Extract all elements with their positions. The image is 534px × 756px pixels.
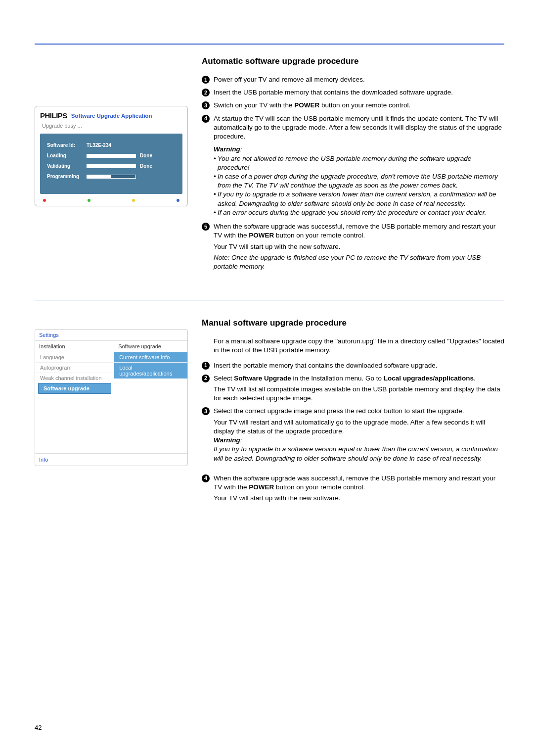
manual-step-4: 4 When the software upgrade was successf… <box>202 474 504 503</box>
menu-item-weak-channel[interactable]: Weak channel installation <box>35 373 114 383</box>
section1-heading: Automatic software upgrade procedure <box>202 56 504 66</box>
step-number-icon: 1 <box>202 76 210 84</box>
manual-step-1-text: Insert the portable memory that contains… <box>214 362 438 369</box>
warning-item-4: If an error occurs during the upgrade yo… <box>214 208 504 217</box>
software-id-label: Software Id: <box>47 142 83 148</box>
loading-done: Done <box>140 153 152 158</box>
section2-intro: For a manual software upgrade copy the "… <box>214 337 504 355</box>
dialog-title: Software Upgrade Application <box>71 113 152 119</box>
step-2-text: Insert the USB portable memory that cont… <box>214 89 453 96</box>
step-number-icon: 3 <box>202 101 210 109</box>
left-header: Installation <box>35 340 114 352</box>
page-number: 42 <box>35 724 42 731</box>
manual-step-4-d: Your TV will start up with the new softw… <box>214 494 504 503</box>
manual-step-3-a: Select the correct upgrade image and pre… <box>214 407 464 415</box>
manual-warning-text: If you try to upgrade to a software vers… <box>214 445 504 463</box>
software-id-value: TL32E-234 <box>87 142 111 148</box>
settings-menu: Settings Installation Language Autoprogr… <box>35 329 188 466</box>
manual-step-1: 1 Insert the portable memory that contai… <box>202 361 504 370</box>
step-4-text: At startup the TV will scan the USB port… <box>214 115 502 140</box>
step-number-icon: 2 <box>202 89 210 96</box>
validating-done: Done <box>140 163 152 169</box>
menu-item-software-upgrade[interactable]: Software upgrade <box>38 383 111 394</box>
menu-item-current-info[interactable]: Current software info <box>114 352 187 362</box>
manual-step-2-b: Software Upgrade <box>234 375 291 382</box>
manual-step-3: 3 Select the correct upgrade image and p… <box>202 407 504 463</box>
menu-left-column: Installation Language Autoprogram Weak c… <box>35 340 114 453</box>
step-5-note: Note: Once the upgrade is finished use y… <box>214 253 504 271</box>
manual-step-2-f: The TV will list all compatible images a… <box>214 385 504 403</box>
tv-upgrade-dialog: PHILIPS Software Upgrade Application Upg… <box>35 106 188 206</box>
menu-item-autoprogram[interactable]: Autoprogram <box>35 362 114 373</box>
programming-label: Programming <box>47 174 83 179</box>
step-number-icon: 2 <box>202 375 210 382</box>
step-4: 4 At startup the TV will scan the USB po… <box>202 114 504 142</box>
manual-step-2: 2 Select Software Upgrade in the Install… <box>202 374 504 403</box>
validating-progress <box>87 164 136 168</box>
step-3-text-c: button on your remote control. <box>319 101 410 109</box>
step-1: 1 Power off your TV and remove all memor… <box>202 75 504 84</box>
step-1-text: Power off your TV and remove all memory … <box>214 76 365 83</box>
right-header: Software upgrade <box>114 340 187 352</box>
step-number-icon: 3 <box>202 407 210 415</box>
step-number-icon: 4 <box>202 115 210 123</box>
warning-item-1: You are not allowed to remove the USB po… <box>214 154 504 172</box>
warning-block: Warning: You are not allowed to remove t… <box>202 145 504 217</box>
section2-heading: Manual software upgrade procedure <box>202 318 504 328</box>
menu-item-local-upgrades[interactable]: Local upgrades/applications <box>114 362 187 378</box>
validating-label: Validating <box>47 163 83 169</box>
status-text: Upgrade busy ... <box>42 123 182 129</box>
step-2: 2 Insert the USB portable memory that co… <box>202 88 504 97</box>
step-3-text-a: Switch on your TV with the <box>214 101 294 109</box>
loading-label: Loading <box>47 153 83 158</box>
manual-warning-label: Warning <box>214 436 240 444</box>
manual-step-4-b: POWER <box>249 483 274 491</box>
step-number-icon: 5 <box>202 223 210 231</box>
menu-right-column: Software upgrade Current software info L… <box>114 340 187 453</box>
manual-step-3-b: Your TV will restart and will automatica… <box>214 418 504 436</box>
menu-footer: Info <box>35 453 187 466</box>
step-5-text-b: POWER <box>249 232 274 239</box>
step-3-text-b: POWER <box>294 101 319 109</box>
manual-step-2-d: Local upgrades/applications <box>384 375 474 382</box>
warning-item-2: In case of a power drop during the upgra… <box>214 172 504 190</box>
blue-dot-icon <box>177 199 179 202</box>
red-dot-icon <box>43 199 46 202</box>
warning-label: Warning <box>214 145 240 153</box>
brand-logo: PHILIPS <box>40 111 67 120</box>
step-5-text-d: Your TV will start up with the new softw… <box>214 242 504 251</box>
green-dot-icon <box>88 199 90 202</box>
manual-step-4-c: button on your remote control. <box>274 483 365 491</box>
manual-step-2-e: . <box>474 375 476 382</box>
yellow-dot-icon <box>132 199 135 202</box>
step-5-text-c: button on your remote control. <box>274 232 365 239</box>
menu-item-language[interactable]: Language <box>35 352 114 362</box>
loading-progress <box>87 154 136 158</box>
step-3: 3 Switch on your TV with the POWER butto… <box>202 101 504 110</box>
step-5: 5 When the software upgrade was successf… <box>202 222 504 271</box>
dialog-body: Software Id: TL32E-234 Loading Done Vali… <box>40 134 182 194</box>
manual-step-2-c: in the Installation menu. Go to <box>291 375 384 382</box>
warning-item-3: If you try to upgrade to a software vers… <box>214 190 504 208</box>
settings-title: Settings <box>35 330 187 340</box>
color-button-row <box>40 194 182 203</box>
manual-step-2-a: Select <box>214 375 234 382</box>
programming-progress <box>87 175 136 179</box>
step-number-icon: 1 <box>202 362 210 370</box>
step-number-icon: 4 <box>202 474 210 482</box>
